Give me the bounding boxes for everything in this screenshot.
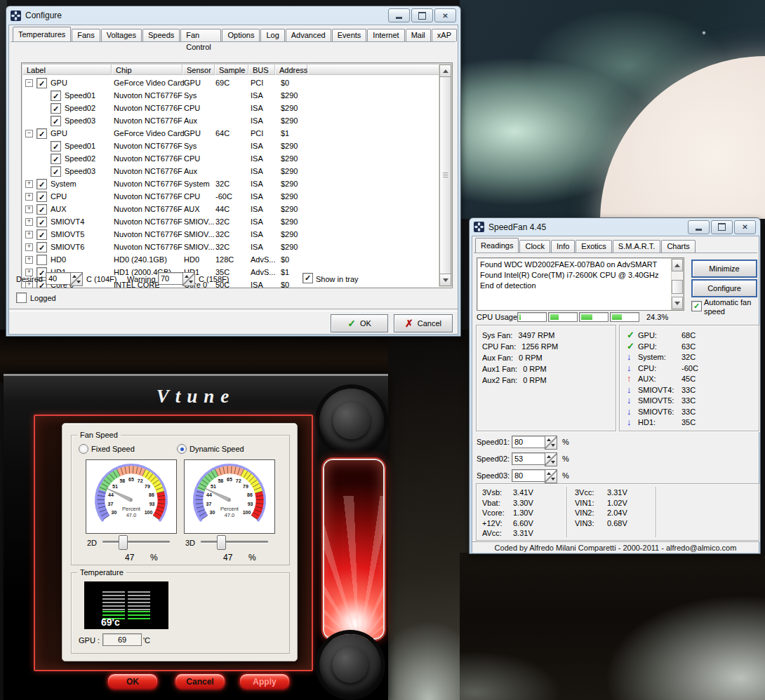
- minimize-button[interactable]: [688, 220, 710, 234]
- table-row[interactable]: −✓GPUGeForce Video CardGPU69CPCI$0: [22, 76, 439, 89]
- slider-3d[interactable]: [201, 535, 268, 548]
- scroll-up-button[interactable]: [672, 259, 683, 271]
- row-checkbox[interactable]: ✓: [51, 141, 61, 152]
- column-header-chip[interactable]: Chip: [112, 64, 182, 75]
- tab-s-m-a-r-t[interactable]: S.M.A.R.T.: [613, 240, 661, 253]
- vtune-ok-button[interactable]: OK: [107, 673, 159, 690]
- column-header-address[interactable]: Address: [275, 64, 307, 75]
- tab-voltages[interactable]: Voltages: [101, 29, 142, 41]
- scroll-thumb[interactable]: [672, 280, 683, 294]
- table-row[interactable]: ✓Speed03Nuvoton NCT6776FAuxISA$290: [22, 114, 439, 127]
- restore-button[interactable]: [411, 8, 433, 22]
- tab-internet[interactable]: Internet: [367, 29, 404, 41]
- column-header-bus[interactable]: BUS: [248, 64, 275, 75]
- row-checkbox[interactable]: ✓: [36, 229, 47, 240]
- logged-checkbox[interactable]: [16, 292, 27, 303]
- scroll-up-button[interactable]: [439, 65, 451, 77]
- table-row[interactable]: ✓Speed02Nuvoton NCT6776FCPUISA$290: [22, 102, 439, 114]
- ok-button[interactable]: ✓ OK: [331, 314, 388, 332]
- gpu-temp-input[interactable]: [102, 633, 142, 646]
- expand-icon[interactable]: +: [25, 231, 33, 238]
- table-row[interactable]: ✓Speed01Nuvoton NCT6776FSysISA$290: [22, 89, 439, 102]
- vtune-cancel-button[interactable]: Cancel: [174, 673, 226, 690]
- row-checkbox[interactable]: ✓: [51, 154, 61, 164]
- configure-titlebar[interactable]: Configure ✕: [6, 6, 460, 25]
- row-checkbox[interactable]: ✓: [36, 191, 47, 202]
- table-row[interactable]: +✓HD1HD1 (2000.4GB)HD135CAdvS...$1: [22, 266, 439, 278]
- row-checkbox[interactable]: ✓: [51, 166, 61, 177]
- row-checkbox[interactable]: ✓: [36, 204, 47, 215]
- scroll-down-button[interactable]: [439, 274, 451, 286]
- row-checkbox[interactable]: [36, 255, 47, 265]
- log-scrollbar[interactable]: [671, 258, 684, 310]
- tab-temperatures[interactable]: Temperatures: [13, 27, 71, 41]
- row-checkbox[interactable]: ✓: [51, 90, 61, 101]
- vtune-apply-button[interactable]: Apply: [239, 673, 291, 690]
- speed-input[interactable]: [512, 436, 545, 448]
- table-row[interactable]: ✓Speed02Nuvoton NCT6776FCPUISA$290: [22, 152, 439, 165]
- row-checkbox[interactable]: ✓: [36, 128, 47, 139]
- table-row[interactable]: +✓SMIOVT6Nuvoton NCT6776FSMIOV...32CISA$…: [22, 241, 439, 253]
- expand-icon[interactable]: +: [25, 218, 33, 226]
- dynamic-speed-radio[interactable]: [177, 444, 187, 454]
- detection-log[interactable]: Found WDC WD2002FAEX-007BA0 on AdvSMARTF…: [477, 257, 684, 311]
- table-row[interactable]: +✓SMIOVT5Nuvoton NCT6776FSMIOV...32CISA$…: [22, 228, 439, 241]
- close-button[interactable]: ✕: [734, 220, 756, 234]
- table-row[interactable]: ✓Speed01Nuvoton NCT6776FSysISA$290: [22, 140, 439, 152]
- tab-log[interactable]: Log: [260, 29, 284, 41]
- tab-mail[interactable]: Mail: [406, 29, 431, 41]
- collapse-icon[interactable]: −: [25, 79, 33, 87]
- minimize-app-button[interactable]: Minimize: [691, 260, 757, 278]
- speed-spinner[interactable]: [545, 469, 557, 483]
- warning-spinner[interactable]: [182, 272, 195, 286]
- list-scrollbar[interactable]: [439, 64, 452, 287]
- tab-options[interactable]: Options: [222, 29, 260, 41]
- tab-exotics[interactable]: Exotics: [576, 240, 611, 253]
- minimize-button[interactable]: [388, 8, 410, 22]
- speed-input[interactable]: [512, 452, 545, 465]
- tab-fan-control[interactable]: Fan Control: [180, 29, 221, 41]
- collapse-icon[interactable]: −: [25, 130, 33, 137]
- tab-events[interactable]: Events: [332, 29, 367, 41]
- speed-input[interactable]: [512, 469, 545, 482]
- tab-advanced[interactable]: Advanced: [286, 29, 331, 41]
- row-checkbox[interactable]: ✓: [51, 116, 61, 126]
- speedfan-titlebar[interactable]: SpeedFan 4.45 ✕: [470, 218, 760, 236]
- expand-icon[interactable]: +: [25, 206, 33, 213]
- close-button[interactable]: ✕: [434, 8, 456, 22]
- expand-icon[interactable]: +: [25, 180, 33, 188]
- slider-handle[interactable]: [119, 535, 128, 550]
- table-row[interactable]: +HD0HD0 (240.1GB)HD0128CAdvS...$0: [22, 253, 439, 266]
- column-header-sensor[interactable]: Sensor: [182, 64, 215, 75]
- fixed-speed-radio[interactable]: [79, 444, 88, 454]
- row-checkbox[interactable]: ✓: [36, 242, 47, 253]
- table-row[interactable]: −✓GPUGeForce Video CardGPU64CPCI$1: [22, 127, 439, 140]
- show-in-tray-checkbox[interactable]: ✓: [302, 273, 313, 283]
- expand-icon[interactable]: +: [25, 243, 33, 251]
- row-checkbox[interactable]: ✓: [51, 103, 61, 114]
- tab-clock[interactable]: Clock: [519, 240, 550, 253]
- speed-spinner[interactable]: [545, 452, 557, 466]
- column-header-label[interactable]: Label: [22, 64, 112, 75]
- tab-speeds[interactable]: Speeds: [142, 29, 180, 41]
- tab-readings[interactable]: Readings: [475, 238, 519, 253]
- table-row[interactable]: +✓AUXNuvoton NCT6776FAUX44CISA$290: [22, 203, 439, 215]
- row-checkbox[interactable]: ✓: [36, 217, 47, 227]
- column-header-sample[interactable]: Sample: [215, 64, 248, 75]
- table-row[interactable]: +✓CPUNuvoton NCT6776FCPU-60CISA$290: [22, 190, 439, 203]
- tab-info[interactable]: Info: [551, 240, 575, 253]
- desired-spinner[interactable]: [70, 272, 83, 286]
- table-row[interactable]: +✓Core 0INTEL CORECore 050CISA$0: [22, 278, 439, 288]
- automatic-fan-speed-checkbox[interactable]: ✓: [691, 301, 702, 311]
- expand-icon[interactable]: +: [25, 256, 33, 264]
- tab-charts[interactable]: Charts: [661, 240, 695, 253]
- slider-handle[interactable]: [217, 535, 226, 550]
- row-checkbox[interactable]: ✓: [36, 78, 47, 88]
- expand-icon[interactable]: +: [25, 193, 33, 201]
- desired-input[interactable]: [46, 272, 71, 285]
- scroll-down-button[interactable]: [672, 297, 683, 309]
- table-row[interactable]: ✓Speed03Nuvoton NCT6776FAuxISA$290: [22, 165, 439, 177]
- slider-2d[interactable]: [102, 535, 170, 548]
- speed-spinner[interactable]: [545, 436, 557, 450]
- row-checkbox[interactable]: ✓: [36, 179, 47, 189]
